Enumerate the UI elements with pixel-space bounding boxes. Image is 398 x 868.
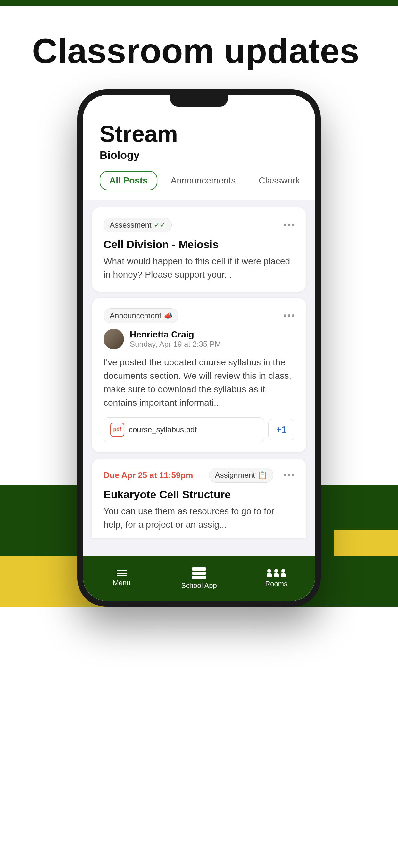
assignment-card-menu[interactable]	[284, 474, 294, 476]
assessment-title: Cell Division - Meiosis	[104, 238, 294, 251]
assignment-body: You can use them as resources to go to f…	[104, 505, 294, 531]
assignment-card: Due Apr 25 at 11:59pm Assignment 📋	[92, 459, 306, 538]
stack-layer-3	[192, 576, 206, 579]
author-name: Henrietta Craig	[130, 330, 221, 340]
bottom-nav: Menu School App	[83, 556, 315, 601]
tab-announcements[interactable]: Announcements	[161, 171, 245, 190]
author-info: Henrietta Craig Sunday, Apr 19 at 2:35 P…	[130, 330, 221, 349]
hero-title: Classroom updates	[0, 6, 398, 89]
stack-layer-1	[192, 567, 206, 570]
assignment-title: Eukaryote Cell Structure	[104, 488, 294, 501]
person-2	[274, 569, 279, 577]
nav-menu-label: Menu	[113, 579, 131, 587]
person-body-1	[266, 574, 272, 577]
attachments-row: pdf course_syllabus.pdf +1	[104, 417, 294, 442]
pdf-filename: course_syllabus.pdf	[129, 425, 197, 434]
filter-tabs: All Posts Announcements Classwork	[100, 171, 298, 190]
assessment-body: What would happen to this cell if it wer…	[104, 254, 294, 281]
phone-device: Stream Biology All Posts Announcements	[77, 89, 321, 607]
person-body-3	[281, 574, 286, 577]
stream-subtitle: Biology	[100, 149, 298, 161]
menu-dot	[284, 474, 286, 476]
announcement-body: I've posted the updated course syllabus …	[104, 356, 294, 409]
menu-dot	[288, 474, 290, 476]
menu-dot	[288, 314, 290, 317]
yellow-accent-right	[334, 530, 398, 556]
menu-dot	[292, 314, 294, 317]
person-head-3	[281, 569, 285, 573]
menu-icon	[117, 570, 127, 576]
assessment-card-menu[interactable]	[284, 224, 294, 226]
person-head-2	[274, 569, 278, 573]
nav-school-app-label: School App	[181, 582, 217, 590]
rooms-icon	[266, 569, 286, 577]
stack-layer-2	[192, 571, 206, 575]
stream-title: Stream	[100, 121, 298, 147]
nav-rooms-label: Rooms	[265, 580, 287, 588]
menu-line-3	[117, 576, 127, 576]
tab-all-posts[interactable]: All Posts	[100, 171, 157, 190]
menu-dot	[292, 224, 294, 226]
screen-content: Stream Biology All Posts Announcements	[83, 95, 315, 601]
phone-notch	[170, 95, 228, 106]
page-background: Classroom updates Stream Biology	[0, 6, 398, 607]
menu-dot	[292, 474, 294, 476]
megaphone-icon: 📣	[164, 312, 172, 320]
assessment-badge: Assessment ✓✓	[104, 218, 172, 232]
top-status-bar	[0, 0, 398, 6]
avatar-image	[104, 329, 124, 349]
due-date: Due Apr 25 at 11:59pm	[104, 470, 193, 480]
menu-line-1	[117, 570, 127, 571]
assignment-badge: Assignment 📋	[209, 468, 273, 483]
stack-icon	[192, 567, 206, 579]
nav-menu[interactable]: Menu	[83, 556, 160, 601]
announcement-card: Announcement 📣	[92, 298, 306, 453]
menu-line-2	[117, 573, 127, 574]
assessment-icon: ✓✓	[154, 221, 166, 229]
avatar	[104, 329, 124, 349]
pdf-label: pdf	[113, 427, 121, 433]
card-header-assessment: Assessment ✓✓	[104, 218, 294, 232]
due-row: Due Apr 25 at 11:59pm Assignment 📋	[104, 468, 294, 483]
clipboard-icon: 📋	[258, 471, 267, 479]
phone-wrapper: Stream Biology All Posts Announcements	[0, 89, 398, 607]
attachment-more-button[interactable]: +1	[268, 419, 294, 440]
tab-classwork[interactable]: Classwork	[249, 171, 310, 190]
person-3	[281, 569, 286, 577]
menu-dot	[284, 314, 286, 317]
menu-dot	[284, 224, 286, 226]
card-header-announcement: Announcement 📣	[104, 308, 294, 323]
feed-area: Assessment ✓✓ Cell Division - Meiosis	[83, 200, 315, 546]
announcement-badge: Announcement 📣	[104, 308, 178, 323]
pdf-attachment[interactable]: pdf course_syllabus.pdf	[104, 417, 264, 442]
author-time: Sunday, Apr 19 at 2:35 PM	[130, 340, 221, 349]
menu-dot	[288, 224, 290, 226]
phone-screen: Stream Biology All Posts Announcements	[83, 95, 315, 601]
announcement-card-menu[interactable]	[284, 314, 294, 317]
nav-school-app[interactable]: School App	[160, 556, 237, 601]
person-head-1	[267, 569, 271, 573]
nav-rooms[interactable]: Rooms	[238, 556, 315, 601]
screen-header: Stream Biology All Posts Announcements	[83, 95, 315, 200]
person-body-2	[274, 574, 279, 577]
pdf-icon: pdf	[110, 423, 124, 437]
assessment-card: Assessment ✓✓ Cell Division - Meiosis	[92, 208, 306, 292]
author-row: Henrietta Craig Sunday, Apr 19 at 2:35 P…	[104, 329, 294, 349]
person-1	[266, 569, 272, 577]
